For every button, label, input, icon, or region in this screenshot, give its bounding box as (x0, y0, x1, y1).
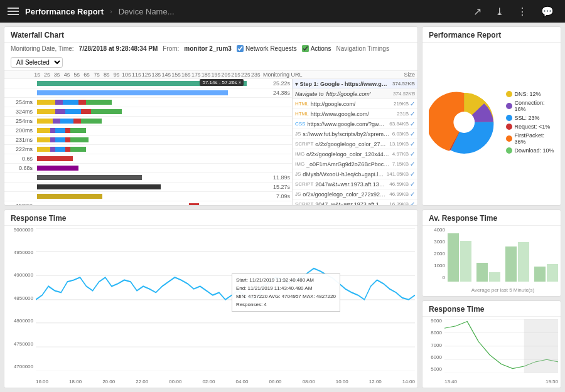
waterfall-title-text: Waterfall Chart (11, 31, 64, 40)
chart-tooltip: Start: 11/21/2019 11:32:40.480 AM End: 1… (232, 273, 340, 312)
from-label: From: (163, 45, 179, 52)
monitoring-date-label: Monitoring Date, Time: (11, 45, 74, 52)
network-requests-checkbox[interactable] (237, 45, 244, 52)
pie-legend: DNS: 12% Connection: 16% SSL: 23% Reques… (506, 91, 554, 154)
download-icon[interactable]: ⤓ (492, 6, 507, 18)
url-row-1[interactable]: HTML http://google.com/ 219KB ✓ (293, 99, 417, 109)
url-row-8[interactable]: JS dMysb/WxooU-hJeq/cb=gapi.loaded_0 141… (293, 169, 417, 179)
from-value: monitor 2_rum3 (184, 45, 232, 52)
main-content: Waterfall Chart Monitoring Date, Time: 7… (0, 23, 565, 392)
avg-x-label: Average per last 5 Minute(s) (448, 287, 558, 293)
url-row-11[interactable]: SCRIPT 2047_w&t=wsr.1973.aft.1381.prt.39… (293, 199, 417, 206)
more-icon[interactable]: ⋮ (514, 6, 531, 18)
pie-title-text: Performance Report (429, 31, 501, 40)
network-requests-label: Network Requests (245, 45, 297, 52)
wf-row-10: 11.89s (4, 173, 292, 183)
wf-row-13: 150ms (4, 201, 292, 206)
monitoring-date-value: 7/28/2018 at 9:28:48:34 PM (79, 45, 158, 52)
wf-row-6: 231ms (4, 135, 292, 145)
app-title: Performance Report (25, 7, 104, 16)
waterfall-tooltip[interactable]: 57.14s - 57.26s × (200, 79, 244, 86)
waterfall-title: Waterfall Chart (4, 27, 417, 43)
pie-panel: Performance Report (422, 26, 561, 206)
chat-icon[interactable]: 💬 (537, 6, 557, 18)
wf-row-4: 254ms (4, 117, 292, 126)
svg-point-1 (453, 112, 475, 133)
wf-row-0: 25.22s (4, 79, 292, 88)
response-right-svg (444, 319, 558, 373)
pie-chart-container: DNS: 12% Connection: 16% SSL: 23% Reques… (422, 43, 561, 202)
response-right-y-axis: 9000 8000 7000 6000 5000 (422, 317, 444, 373)
response-left-svg (36, 228, 415, 371)
avg-y-axis: 4000 3000 2000 1000 0 (422, 226, 448, 282)
nav-timings-label: Navigation Timings (336, 45, 389, 52)
avg-panel-title: Av. Response Time (422, 210, 561, 226)
response-left-chart: 5000000 4950000 4900000 4850000 4800000 … (4, 226, 417, 386)
device-name: Device Name... (119, 7, 175, 16)
url-row-3[interactable]: CSS https://www.google.com/?gws_rd=ssl 6… (293, 119, 417, 129)
url-row-5[interactable]: SCRIPT o/2x/googlelogo_color_272x92dp.pn… (293, 139, 417, 149)
avg-title-text: Av. Response Time (429, 214, 497, 223)
actions-label: Actions (311, 45, 331, 52)
right-bottom-panels: Av. Response Time 4000 3000 2000 1000 0 (422, 209, 561, 389)
x-axis-left: 16:0018:0020:0022:0000:0002:0004:0006:00… (36, 379, 415, 384)
wf-row-2: 254ms (4, 98, 292, 107)
hamburger-menu[interactable] (8, 8, 19, 15)
timeline-header: 1s 2s 3s 4s 5s 6s 7s 8s 9s 10s 11s 12s 1… (32, 72, 261, 78)
y-axis-left: 5000000 4950000 4900000 4850000 4800000 … (4, 226, 36, 371)
wf-row-3: 324ms (4, 107, 292, 117)
actions-checkbox[interactable] (302, 45, 309, 52)
response-right-title-text: Response Time (429, 305, 484, 314)
url-panel: ▾ Step 1: Google - https://www.google.co… (292, 79, 417, 206)
topbar: Performance Report › Device Name... ↗ ⤓ … (0, 0, 565, 23)
wf-row-1: 24.38s (4, 88, 292, 98)
url-step-header[interactable]: ▾ Step 1: Google - https://www.google.co… (293, 79, 417, 89)
waterfall-controls: Monitoring Date, Time: 7/28/2018 at 9:28… (4, 43, 417, 71)
network-requests-toggle[interactable]: Network Requests (237, 45, 297, 52)
wf-row-9: 0.68s (4, 164, 292, 173)
breadcrumb-separator: › (110, 8, 112, 15)
avg-chart-area: 4000 3000 2000 1000 0 (422, 226, 561, 295)
response-right-panel: Response Time 9000 8000 7000 6000 5000 (422, 300, 561, 388)
wf-row-7: 222ms (4, 145, 292, 154)
bar-area: 57.14s - 57.26s × 25.22s 24.38s (4, 79, 292, 206)
pie-chart (429, 85, 500, 160)
url-row-9[interactable]: SCRIPT 2047w&t=wsr.1973.aft.1381.prt.396… (293, 179, 417, 189)
url-row-10[interactable]: JS o/2x/googlelogo_color_272x92dp.png 46… (293, 189, 417, 199)
actions-toggle[interactable]: Actions (302, 45, 331, 52)
response-left-title-text: Response Time (11, 214, 66, 223)
wf-row-5: 200ms (4, 126, 292, 135)
url-row-6[interactable]: IMG o/2x/googlelogo_color_120x44do.png 4… (293, 149, 417, 159)
response-time-left-panel: Response Time 5000000 4950000 4900000 48… (4, 209, 418, 389)
wf-row-8: 0.6s (4, 154, 292, 164)
wf-row-11: 15.27s (4, 183, 292, 192)
url-row-4[interactable]: JS s://www.fut.by/scripts/by2/xpremius.j… (293, 129, 417, 139)
url-navigate[interactable]: Navigate to 'http://google.com' 374.52KB (293, 89, 417, 99)
svg-marker-14 (524, 319, 558, 373)
nav-timings-select[interactable]: All Selected (11, 57, 63, 68)
response-right-chart: 9000 8000 7000 6000 5000 (422, 317, 561, 386)
avg-response-panel: Av. Response Time 4000 3000 2000 1000 0 (422, 209, 561, 297)
url-row-7[interactable]: IMG _o0F1mAmrGg9d2oZ6BcPbocbnztiNg 7.15K… (293, 159, 417, 169)
url-row-2[interactable]: HTML http://www.google.com/ 231B ✓ (293, 109, 417, 119)
wf-row-12: 7.09s (4, 192, 292, 201)
response-right-x-axis: 13:40 19:50 (444, 379, 558, 384)
waterfall-body: 57.14s - 57.26s × 25.22s 24.38s (4, 79, 417, 206)
response-right-title: Response Time (422, 301, 561, 317)
waterfall-panel: Waterfall Chart Monitoring Date, Time: 7… (4, 26, 418, 206)
share-icon[interactable]: ↗ (470, 6, 485, 18)
avg-bars (448, 228, 558, 282)
response-left-title: Response Time (4, 210, 417, 226)
pie-panel-title: Performance Report (422, 27, 561, 43)
